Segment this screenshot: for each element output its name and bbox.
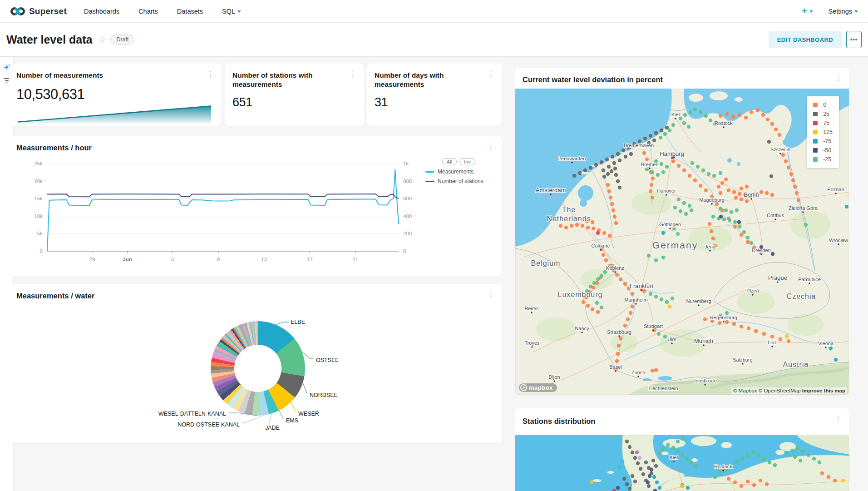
deviation-map[interactable]: TheNetherlandsBelgiumGermanyCzechiaAustr… <box>515 89 849 395</box>
station-dot <box>647 254 651 258</box>
settings-menu[interactable]: Settings <box>829 8 858 15</box>
station-dot <box>818 461 821 464</box>
station-dot <box>643 137 647 140</box>
station-dot <box>663 335 667 338</box>
station-dot <box>642 289 646 293</box>
stations-map[interactable]: KielRostock <box>515 435 849 491</box>
station-dot <box>615 359 619 363</box>
station-dot <box>652 139 656 142</box>
station-dot <box>746 240 750 244</box>
station-dot <box>699 184 702 188</box>
station-dot <box>812 457 816 461</box>
measurements-hour-card: Measurements / hour ⋮ All Inv Measuremen… <box>9 136 502 276</box>
station-dot <box>681 437 685 441</box>
station-dot <box>645 168 649 171</box>
mapbox-logo[interactable]: ↗mapbox <box>519 383 557 392</box>
station-dot <box>623 324 627 327</box>
svg-text:Ulm: Ulm <box>667 337 676 342</box>
add-new-button[interactable]: + <box>802 6 813 16</box>
kebab-menu-icon[interactable]: ⋮ <box>835 75 842 81</box>
station-dot <box>740 198 743 201</box>
svg-text:Innsbruck: Innsbruck <box>694 378 716 383</box>
more-options-button[interactable]: ••• <box>846 31 862 48</box>
station-dot <box>747 327 750 330</box>
svg-text:Jena: Jena <box>705 244 716 249</box>
station-dot <box>629 311 632 315</box>
station-dot <box>793 455 797 459</box>
map-canvas[interactable]: KielRostock <box>515 435 849 491</box>
station-dot <box>616 352 620 356</box>
svg-text:Austria: Austria <box>783 361 809 368</box>
svg-text:Rostock: Rostock <box>715 120 733 126</box>
map-legend-item[interactable]: 25 <box>813 111 833 117</box>
svg-text:Czechia: Czechia <box>787 293 816 300</box>
map-legend-item[interactable]: -75 <box>813 138 833 144</box>
kebab-menu-icon[interactable]: ⋮ <box>350 71 356 77</box>
kpi-card-days: Number of days with measurements ⋮ 31 <box>367 64 502 126</box>
map-legend-item[interactable]: 125 <box>813 129 833 135</box>
station-dot <box>626 317 630 321</box>
kebab-menu-icon[interactable]: ⋮ <box>488 291 494 298</box>
station-dot <box>649 189 652 193</box>
station-dot <box>733 481 737 484</box>
kpi-sparkline <box>17 104 212 124</box>
kebab-menu-icon[interactable]: ⋮ <box>835 417 842 423</box>
kebab-menu-icon[interactable]: ⋮ <box>488 143 494 149</box>
edit-dashboard-button[interactable]: EDIT DASHBOARD <box>769 31 842 48</box>
improve-map-link[interactable]: Improve this map <box>802 388 845 393</box>
station-dot <box>661 447 665 451</box>
kebab-menu-icon[interactable]: ⋮ <box>488 71 494 77</box>
svg-text:800: 800 <box>403 179 412 184</box>
station-dot <box>606 183 610 187</box>
station-dot <box>668 305 671 308</box>
station-dot <box>611 155 614 159</box>
station-dot <box>660 298 663 301</box>
svg-text:Bremen: Bremen <box>641 162 659 167</box>
station-dot <box>612 161 616 165</box>
station-dot <box>738 225 741 228</box>
station-dot <box>689 110 692 114</box>
station-dot <box>660 129 663 132</box>
station-dot <box>595 301 599 305</box>
station-dot <box>781 153 785 157</box>
nav-item-sql[interactable]: SQL <box>222 8 241 15</box>
station-dot <box>690 461 693 464</box>
station-dot <box>665 165 669 169</box>
station-dot <box>707 172 710 176</box>
nav-item-charts[interactable]: Charts <box>138 8 158 15</box>
kebab-menu-icon[interactable]: ⋮ <box>207 71 214 77</box>
station-dot <box>779 337 782 341</box>
station-dot <box>731 115 735 119</box>
line-chart[interactable]: 005k20010k40015k60020k80025k1k29Jun59131… <box>9 158 502 273</box>
map-legend-item[interactable]: -25 <box>813 156 833 163</box>
station-dot <box>694 464 698 468</box>
station-dot <box>618 159 621 162</box>
station-dot <box>672 227 676 230</box>
kpi-value: 31 <box>375 95 494 109</box>
donut-chart[interactable]: ELBEOSTSEENORDSEEWESEREMSJADENORD-OSTSEE… <box>9 309 502 443</box>
nav-item-datasets[interactable]: Datasets <box>177 8 203 15</box>
station-dot <box>746 236 750 239</box>
station-dot <box>717 185 720 188</box>
map-canvas[interactable]: TheNetherlandsBelgiumGermanyCzechiaAustr… <box>515 89 849 395</box>
station-dot <box>570 224 573 228</box>
station-dot <box>619 278 622 281</box>
map-legend-item[interactable]: -50 <box>813 147 833 154</box>
station-dot <box>765 482 769 486</box>
nav-item-dashboards[interactable]: Dashboards <box>84 8 119 15</box>
station-dot <box>744 116 748 119</box>
svg-text:Leeuwarden: Leeuwarden <box>558 156 586 161</box>
map-legend-item[interactable]: 75 <box>813 120 833 126</box>
nav-items: Dashboards Charts Datasets SQL <box>84 8 241 15</box>
station-dot <box>596 310 600 314</box>
legend-label: 25 <box>823 111 829 117</box>
map-legend-item[interactable]: 0 <box>813 102 833 108</box>
station-dot <box>769 174 773 178</box>
star-outline-icon[interactable]: ☆ <box>98 34 106 45</box>
station-dot <box>654 131 658 135</box>
svg-text:0: 0 <box>403 248 406 254</box>
superset-logo[interactable]: Superset <box>10 6 67 16</box>
station-dot <box>619 337 622 340</box>
station-dot <box>602 231 606 235</box>
svg-text:Cottbus: Cottbus <box>767 213 784 218</box>
